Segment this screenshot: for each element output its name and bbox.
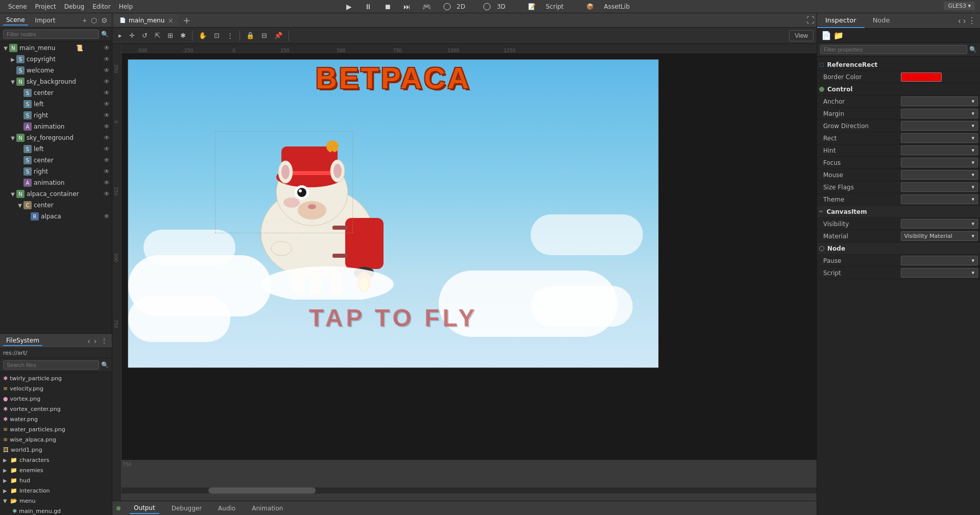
menu-scene[interactable]: Scene	[4, 2, 31, 11]
zoom-tool[interactable]: ⊡	[211, 30, 223, 41]
tree-item-center2[interactable]: S center 👁	[0, 155, 112, 166]
add-tab-button[interactable]: +	[180, 15, 194, 26]
eye-left1[interactable]: 👁	[104, 101, 110, 108]
eye-alpaca-container[interactable]: 👁	[104, 190, 110, 198]
pin-tool[interactable]: 📌	[271, 30, 285, 41]
insp-pause[interactable]: Pause ▾	[817, 255, 980, 267]
gles-badge[interactable]: GLES3 ▾	[944, 2, 975, 10]
fs-file-world1[interactable]: 🖼 world1.png	[0, 445, 112, 455]
tree-item-copyright[interactable]: ▶ S copyright 👁	[0, 54, 112, 65]
tree-item-anim2[interactable]: A animation 👁	[0, 177, 112, 188]
tree-item-right2[interactable]: S right 👁	[0, 166, 112, 177]
insp-file-button[interactable]: 📄	[821, 31, 831, 40]
hide-tool[interactable]: ⊟	[258, 30, 270, 41]
tree-item-sky-fg[interactable]: ▼ N sky_foreground 👁	[0, 132, 112, 143]
mouse-dropdown[interactable]: ▾	[901, 170, 978, 180]
fs-tree[interactable]: ✱ twirly_particle.png ≋ velocity.png ● v…	[0, 372, 112, 515]
eye-welcome[interactable]: 👁	[104, 67, 110, 74]
2d-button[interactable]: 2D	[440, 1, 472, 12]
tab-node[interactable]: Node	[865, 13, 898, 28]
lock-tool[interactable]: 🔒	[243, 30, 257, 41]
tree-item-main-menu[interactable]: ▼ N main_menu 📜 👁	[0, 42, 112, 54]
select-tool[interactable]: ▸	[115, 30, 125, 41]
fs-folder-interaction[interactable]: ▶ 📁 interaction	[0, 485, 112, 496]
insp-rect[interactable]: Rect ▾	[817, 132, 980, 144]
scene-tree[interactable]: ▼ N main_menu 📜 👁 ▶ S copyright 👁 S welc…	[0, 41, 112, 333]
tab-filesystem[interactable]: FileSystem	[3, 336, 42, 346]
insp-hint[interactable]: Hint ▾	[817, 144, 980, 157]
tree-item-anim1[interactable]: A animation 👁	[0, 121, 112, 132]
menu-help[interactable]: Help	[115, 2, 137, 11]
step-button[interactable]: ⏭	[401, 1, 413, 12]
insp-history-button[interactable]: ⋮	[968, 16, 976, 26]
instance-button[interactable]: ⬡	[90, 15, 98, 26]
snap-tool[interactable]: ✱	[177, 30, 189, 41]
insp-filter-input[interactable]	[820, 45, 967, 54]
eye-copyright[interactable]: 👁	[104, 56, 110, 63]
eye-anim2[interactable]: 👁	[104, 179, 110, 186]
fs-file-vortex[interactable]: ● vortex.png	[0, 394, 112, 404]
fs-file-main-menu-gd[interactable]: ✱ main_menu.gd	[0, 506, 112, 515]
pause-button[interactable]: ⏸	[363, 1, 374, 12]
tab-output[interactable]: Output	[130, 503, 159, 514]
tab-scene[interactable]: Scene	[3, 15, 28, 26]
tab-main-menu[interactable]: 📄 main_menu ×	[114, 14, 179, 27]
tab-inspector[interactable]: Inspector	[817, 13, 865, 28]
eye-main-menu[interactable]: 📜	[76, 44, 83, 52]
menu-editor[interactable]: Editor	[88, 2, 115, 11]
play-button[interactable]: ▶	[343, 1, 354, 12]
fs-file-vortex-center[interactable]: ✱ vortex_center.png	[0, 404, 112, 414]
inspector-content[interactable]: □ ReferenceRect Border Color Control	[817, 57, 980, 515]
move-tool[interactable]: ✛	[126, 30, 138, 41]
tab-debugger[interactable]: Debugger	[168, 503, 206, 513]
fs-file-twirly[interactable]: ✱ twirly_particle.png	[0, 373, 112, 383]
insp-focus[interactable]: Focus ▾	[817, 157, 980, 169]
fs-back-button[interactable]: ‹	[87, 336, 91, 346]
tree-arrow-sky-bg[interactable]: ▼	[9, 79, 16, 85]
script-main-menu[interactable]: 👁	[104, 44, 110, 52]
script-dropdown[interactable]: ▾	[901, 268, 978, 278]
eye-left2[interactable]: 👁	[104, 145, 110, 153]
pause-dropdown[interactable]: ▾	[901, 256, 978, 265]
viewport[interactable]: -500 -250 0 250 500 750 1000 1250 250 0 …	[112, 44, 817, 501]
eye-sky-bg[interactable]: 👁	[104, 78, 110, 85]
menu-project[interactable]: Project	[31, 2, 60, 11]
fs-file-wise-alpaca[interactable]: ≋ wise_alpaca.png	[0, 434, 112, 445]
fs-search-input[interactable]	[3, 360, 99, 370]
view-button[interactable]: View	[789, 30, 814, 41]
hint-dropdown[interactable]: ▾	[901, 145, 978, 155]
tab-animation[interactable]: Animation	[248, 503, 287, 513]
fs-menu-button[interactable]: ⋮	[100, 336, 109, 346]
insp-back-button[interactable]: ‹	[958, 16, 961, 26]
fs-folder-characters[interactable]: ▶ 📁 characters	[0, 455, 112, 465]
tree-item-center1[interactable]: S center 👁	[0, 87, 112, 99]
eye-center2[interactable]: 👁	[104, 157, 110, 164]
insp-script[interactable]: Script ▾	[817, 267, 980, 279]
remote-button[interactable]: 🎮	[421, 1, 432, 12]
tree-arrow-alpaca-container[interactable]: ▼	[9, 191, 16, 197]
fs-forward-button[interactable]: ›	[93, 336, 98, 346]
tree-item-alpaca-container[interactable]: ▼ N alpaca_container 👁	[0, 188, 112, 200]
anchor-dropdown[interactable]: ▾	[901, 96, 978, 106]
fs-folder-hud[interactable]: ▶ 📁 hud	[0, 475, 112, 485]
list-tool[interactable]: ⊞	[164, 30, 176, 41]
tree-item-sky-background[interactable]: ▼ N sky_background 👁	[0, 76, 112, 87]
insp-forward-button[interactable]: ›	[963, 16, 966, 26]
assetlib-button[interactable]: 📦 AssetLib	[579, 1, 637, 12]
border-color-swatch[interactable]	[901, 72, 942, 82]
fs-file-velocity[interactable]: ≋ velocity.png	[0, 383, 112, 394]
eye-right2[interactable]: 👁	[104, 168, 110, 175]
margin-dropdown[interactable]: ▾	[901, 109, 978, 118]
scene-search-input[interactable]	[3, 30, 99, 39]
script-button[interactable]: 📝 Script	[521, 1, 571, 12]
fs-folder-enemies[interactable]: ▶ 📁 enemies	[0, 465, 112, 475]
tree-item-right1[interactable]: S right 👁	[0, 110, 112, 121]
rotate-tool[interactable]: ↺	[139, 30, 151, 41]
hand-tool[interactable]: ✋	[196, 30, 210, 41]
material-dropdown[interactable]: Visibility Material ▾	[901, 231, 978, 241]
filter-button[interactable]: ⚙	[100, 15, 109, 26]
eye-right1[interactable]: 👁	[104, 112, 110, 119]
fullscreen-button[interactable]: ⛶	[806, 16, 815, 25]
eye-center1[interactable]: 👁	[104, 89, 110, 96]
insp-anchor[interactable]: Anchor ▾	[817, 95, 980, 108]
